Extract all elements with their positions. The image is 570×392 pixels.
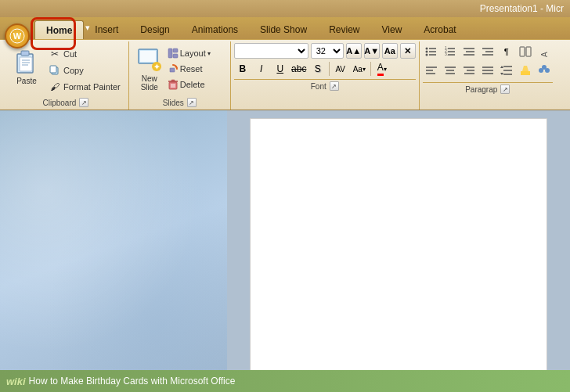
slides-label: Slides ↗	[132, 96, 227, 110]
font-name-select[interactable]	[234, 43, 308, 59]
howto-text: How to Make Birthday Cards with Microsof…	[29, 376, 236, 387]
font-color-button[interactable]: A ▾	[373, 60, 391, 77]
clipboard-expand-button[interactable]: ↗	[79, 98, 88, 107]
slide-canvas[interactable]	[250, 118, 547, 373]
columns-button[interactable]	[517, 43, 534, 60]
bullets-button[interactable]	[423, 43, 440, 60]
tab-row: Home Insert Design Animations Slide Show…	[0, 17, 570, 39]
font-group: 32 A▲ A▼ Aa ✕ B I U abc S AV Aa▾	[231, 41, 420, 110]
layout-dropdown-icon[interactable]: ▾	[207, 50, 211, 57]
copy-icon	[49, 64, 61, 77]
tab-design[interactable]: Design	[129, 20, 180, 39]
tab-view[interactable]: View	[371, 20, 413, 39]
format-painter-icon: 🖌	[49, 81, 61, 93]
slides-expand-button[interactable]: ↗	[187, 98, 197, 107]
strikethrough-button[interactable]: abc	[290, 60, 308, 77]
svg-point-25	[425, 48, 428, 50]
font-expand-button[interactable]: ↗	[330, 81, 339, 91]
font-grow-button[interactable]: A▲	[346, 43, 362, 59]
format-painter-button[interactable]: 🖌 Format Painter	[45, 79, 124, 95]
svg-marker-61	[500, 66, 503, 68]
font-shrink-button[interactable]: A▼	[364, 43, 380, 59]
reset-label: Reset	[180, 64, 203, 74]
font-case-btn2[interactable]: Aa▾	[351, 60, 368, 77]
shadow-button[interactable]: S	[309, 60, 326, 77]
justify-button[interactable]	[479, 62, 496, 79]
copy-button[interactable]: Copy	[45, 63, 124, 78]
svg-rect-16	[173, 54, 178, 58]
highlight-icon	[519, 64, 532, 77]
slide-editing-area	[227, 110, 570, 381]
reset-button[interactable]: Reset	[165, 62, 213, 76]
layout-button[interactable]: Layout ▾	[165, 46, 213, 60]
tab-animations[interactable]: Animations	[181, 20, 249, 39]
highlight-button[interactable]	[517, 62, 534, 79]
clear-formatting-button[interactable]: ✕	[400, 43, 416, 59]
line-spacing-icon	[500, 64, 513, 77]
align-right-button[interactable]	[460, 62, 478, 79]
svg-rect-18	[170, 68, 175, 72]
cut-icon: ✂	[49, 48, 61, 60]
svg-rect-43	[520, 47, 525, 56]
rtl-button[interactable]: ¶	[498, 43, 515, 60]
align-left-button[interactable]	[423, 62, 440, 79]
font-size-select[interactable]: 32	[311, 43, 344, 59]
increase-indent-button[interactable]	[479, 43, 496, 60]
align-center-button[interactable]	[442, 62, 459, 79]
svg-point-67	[542, 65, 547, 70]
font-color-dropdown[interactable]: ▾	[384, 66, 387, 73]
text-direction-button[interactable]: A	[536, 43, 553, 60]
columns-icon	[519, 45, 532, 58]
paragraph-row1: 1. 2. 3.	[423, 43, 553, 60]
copy-svg	[49, 65, 60, 76]
justify-icon	[482, 64, 494, 77]
svg-marker-64	[522, 66, 529, 71]
svg-text:A: A	[540, 52, 549, 57]
layout-label: Layout	[180, 49, 206, 58]
paste-button[interactable]: Paste	[8, 45, 45, 88]
new-slide-label: New Slide	[141, 74, 158, 92]
wiki-logo: wiki	[6, 376, 26, 387]
font-row1: 32 A▲ A▼ Aa ✕	[234, 43, 416, 59]
new-slide-button[interactable]: ✦ New Slide	[134, 45, 165, 93]
bottom-watermark-bar: wiki How to Make Birthday Cards with Mic…	[0, 370, 570, 392]
numbering-button[interactable]: 1. 2. 3.	[442, 43, 459, 60]
paragraph-label: Paragrap ↗	[423, 82, 553, 96]
office-button[interactable]: W	[5, 23, 30, 49]
delete-icon	[168, 79, 179, 90]
decrease-indent-button[interactable]	[460, 43, 478, 60]
underline-button[interactable]: U	[272, 60, 289, 77]
svg-rect-9	[50, 66, 56, 73]
shapes-button[interactable]	[536, 62, 553, 79]
tab-insert[interactable]: Insert	[84, 20, 129, 39]
decrease-indent-icon	[463, 45, 475, 58]
bold-button[interactable]: B	[234, 60, 251, 77]
clipboard-small-buttons: ✂ Cut Copy	[45, 45, 124, 96]
slide-panel-background	[0, 110, 227, 381]
font-spacing-button[interactable]: AV	[332, 60, 349, 77]
clipboard-label: Clipboard ↗	[6, 96, 125, 110]
font-label: Font ↗	[234, 79, 416, 93]
tab-acrobat[interactable]: Acrobat	[413, 20, 467, 39]
cut-button[interactable]: ✂ Cut	[45, 46, 124, 62]
svg-rect-21	[171, 80, 175, 81]
window-title: Presentation1 - Micr	[480, 3, 564, 14]
svg-rect-14	[168, 49, 172, 58]
bullets-icon	[425, 45, 438, 58]
line-spacing-button[interactable]	[498, 62, 515, 79]
svg-marker-62	[500, 73, 503, 75]
title-bar: Presentation1 - Micr	[0, 0, 570, 17]
change-case-button[interactable]: Aa	[382, 43, 398, 59]
svg-rect-15	[173, 49, 178, 52]
tab-slideshow[interactable]: Slide Show	[249, 20, 318, 39]
italic-button[interactable]: I	[253, 60, 270, 77]
cut-label: Cut	[63, 49, 77, 59]
tab-review[interactable]: Review	[318, 20, 370, 39]
tab-home[interactable]: Home	[34, 20, 84, 39]
text-direction-icon: A	[538, 45, 550, 58]
clipboard-group-content: Paste ✂ Cut	[6, 43, 125, 96]
ribbon-content: Paste ✂ Cut	[0, 39, 570, 110]
delete-button[interactable]: Delete	[165, 77, 213, 92]
paragraph-expand-button[interactable]: ↗	[500, 85, 510, 94]
clipboard-group: Paste ✂ Cut	[3, 41, 129, 110]
